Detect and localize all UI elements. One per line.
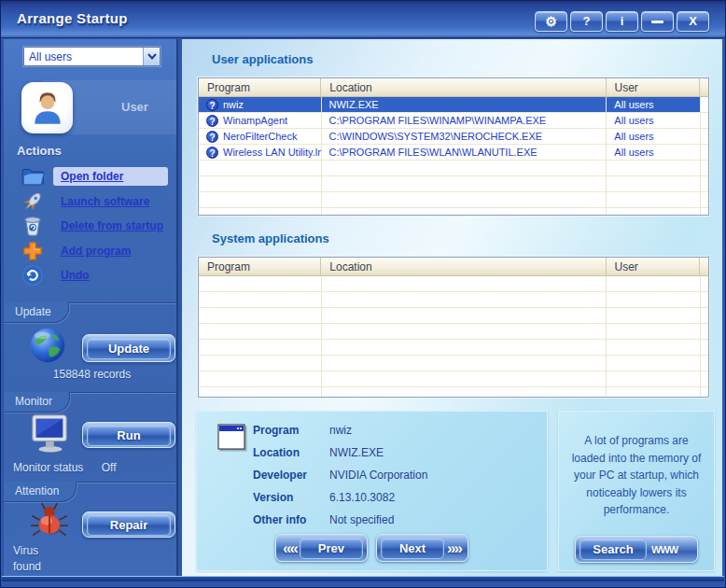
action-delete-from-startup[interactable]: Delete from startup xyxy=(21,214,171,238)
minimize-button[interactable] xyxy=(641,11,674,32)
avatar xyxy=(21,82,73,133)
monitor-tab-label: Monitor xyxy=(4,392,70,413)
prev-button-label: Prev xyxy=(300,538,363,559)
table-row[interactable]: ?nwiz NWIZ.EXE All users xyxy=(199,97,708,113)
cell-user: All users xyxy=(606,145,700,160)
nav-buttons: «« Prev Next »» xyxy=(197,534,547,562)
cell-location: NWIZ.EXE xyxy=(321,97,607,112)
empty-row xyxy=(199,387,708,398)
update-button[interactable]: Update xyxy=(82,334,175,362)
user-avatar-icon xyxy=(28,89,67,128)
action-launch-software[interactable]: Launch software xyxy=(21,189,157,214)
field-value: NVIDIA Corporation xyxy=(329,469,427,482)
cell-program: nwiz xyxy=(223,99,244,110)
detail-field: Developer NVIDIA Corporation xyxy=(253,464,538,486)
close-icon: X xyxy=(689,14,697,28)
next-button-label: Next xyxy=(381,538,444,559)
user-filter-value: All users xyxy=(24,50,143,63)
details-panel: Program nwiz Location NWIZ.EXE Developer… xyxy=(196,411,548,571)
field-value: Not specified xyxy=(329,513,394,526)
table-row[interactable]: ?NeroFilterCheck C:\WINDOWS\SYSTEM32\NER… xyxy=(199,129,708,145)
monitor-status-value: Off xyxy=(102,461,117,474)
cell-user: All users xyxy=(606,129,700,144)
empty-row xyxy=(199,176,708,192)
run-button-label: Run xyxy=(87,425,171,446)
cell-location: C:\WINDOWS\SYSTEM32\NEROCHECK.EXE xyxy=(321,129,607,144)
prev-button[interactable]: «« Prev xyxy=(275,534,368,562)
program-help-icon: ? xyxy=(206,99,218,111)
action-label[interactable]: Add program xyxy=(53,242,138,260)
detail-field: Other info Not specified xyxy=(253,509,538,531)
action-label[interactable]: Open folder xyxy=(53,167,168,186)
empty-row xyxy=(199,356,708,371)
next-button[interactable]: Next »» xyxy=(376,534,468,562)
column-header-location[interactable]: Location xyxy=(320,258,605,275)
empty-row xyxy=(199,208,708,216)
program-window-icon xyxy=(217,424,247,455)
column-header-filler xyxy=(699,78,708,96)
help-button[interactable]: ? xyxy=(570,11,603,32)
dropdown-arrow-button[interactable] xyxy=(143,48,160,65)
cell-program: WinampAgent xyxy=(223,115,287,126)
virus-status-line1: Virus xyxy=(13,543,41,559)
actions-header: Actions xyxy=(17,144,62,158)
monitor-status-label: Monitor status xyxy=(13,461,83,474)
repair-button[interactable]: Repair xyxy=(82,511,175,538)
column-header-location[interactable]: Location xyxy=(320,78,605,96)
user-applications-table[interactable]: Program Location User ?nwiz NWIZ.EXE All… xyxy=(198,77,709,216)
field-label: Location xyxy=(253,446,329,459)
action-label[interactable]: Launch software xyxy=(53,192,157,211)
empty-row xyxy=(199,292,708,308)
user-filter-dropdown[interactable]: All users xyxy=(23,47,161,66)
close-button[interactable]: X xyxy=(677,11,709,32)
repair-button-label: Repair xyxy=(87,514,171,536)
main-area: User applications Program Location User … xyxy=(182,39,724,581)
monitor-status: Monitor status Off xyxy=(13,461,117,474)
column-header-user[interactable]: User xyxy=(606,258,699,275)
titlebar: Arrange Startup ⚙ ? i X xyxy=(1,1,725,38)
detail-field: Version 6.13.10.3082 xyxy=(253,486,538,509)
column-header-program[interactable]: Program xyxy=(199,78,320,96)
folder-icon xyxy=(21,164,45,189)
column-header-program[interactable]: Program xyxy=(199,258,320,275)
action-label[interactable]: Undo xyxy=(53,266,97,285)
program-help-icon: ? xyxy=(206,115,218,127)
action-undo[interactable]: Undo xyxy=(21,263,97,287)
trash-icon xyxy=(21,214,45,238)
table-header[interactable]: Program Location User xyxy=(199,78,708,97)
search-button[interactable]: Search WWW xyxy=(575,536,698,563)
cell-user: All users xyxy=(606,113,700,128)
column-header-user[interactable]: User xyxy=(606,78,699,96)
program-help-icon: ? xyxy=(206,147,218,159)
field-value: 6.13.10.3082 xyxy=(329,491,395,504)
detail-field: Program nwiz xyxy=(253,419,538,441)
action-add-program[interactable]: Add program xyxy=(21,239,138,263)
table-row[interactable]: ?Wireless LAN Utility.lnk C:\PROGRAM FIL… xyxy=(199,145,708,161)
empty-row xyxy=(199,192,708,208)
detail-field: Location NWIZ.EXE xyxy=(253,441,538,464)
field-label: Other info xyxy=(253,513,329,526)
run-button[interactable]: Run xyxy=(82,422,175,448)
info-button[interactable]: i xyxy=(606,11,638,32)
table-row[interactable]: ?WinampAgent C:\PROGRAM FILES\WINAMP\WIN… xyxy=(199,113,708,129)
column-header-filler xyxy=(699,258,708,275)
profile-label: User xyxy=(121,100,148,114)
action-open-folder[interactable]: Open folder xyxy=(21,164,168,189)
window-bottom-border xyxy=(2,576,724,581)
field-value: nwiz xyxy=(329,424,352,437)
monitor-icon xyxy=(28,412,71,458)
update-tab-label: Update xyxy=(4,302,69,323)
update-section-break: Update xyxy=(4,302,176,324)
cell-user: All users xyxy=(606,97,700,112)
action-label[interactable]: Delete from startup xyxy=(53,217,171,235)
update-records: 158848 records xyxy=(4,368,180,381)
info-panel: A lot of programs are loaded into the me… xyxy=(558,411,715,571)
table-header[interactable]: Program Location User xyxy=(199,258,708,276)
system-applications-table[interactable]: Program Location User xyxy=(198,257,709,398)
update-button-label: Update xyxy=(87,338,171,359)
globe-icon xyxy=(26,323,69,370)
settings-button[interactable]: ⚙ xyxy=(535,11,567,32)
minimize-icon xyxy=(651,21,663,23)
cell-program: NeroFilterCheck xyxy=(223,131,297,142)
monitor-section-break: Monitor xyxy=(4,392,176,413)
